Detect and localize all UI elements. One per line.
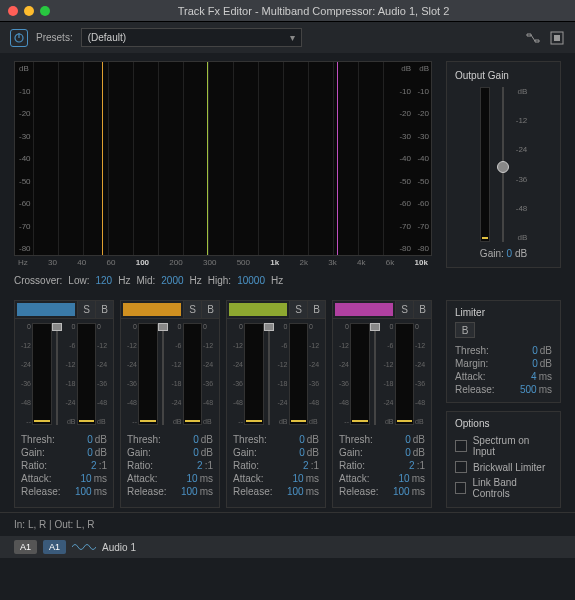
slider-thumb[interactable] [264, 323, 274, 331]
band-release-value[interactable]: 100 [287, 486, 304, 497]
band-bypass-button[interactable]: B [413, 301, 431, 318]
band-color-swatch[interactable] [229, 303, 287, 316]
band-color-swatch[interactable] [17, 303, 75, 316]
band-thresh-value[interactable]: 0 [299, 434, 305, 445]
band-attack-label: Attack: [21, 473, 52, 484]
band-thresh-label: Thresh: [339, 434, 373, 445]
limiter-margin-value[interactable]: 0 [532, 358, 538, 369]
band-scale-right: 0-12-24-36-48dB [97, 323, 111, 425]
band-color-swatch[interactable] [335, 303, 393, 316]
waveform-icon [72, 540, 96, 554]
crossover-line-low[interactable] [102, 62, 103, 255]
band-threshold-slider[interactable] [159, 323, 167, 425]
limiter-bypass-button[interactable]: B [455, 322, 475, 338]
output-gain-slider[interactable] [498, 87, 508, 242]
band-thresh-label: Thresh: [21, 434, 55, 445]
band-release-value[interactable]: 100 [181, 486, 198, 497]
band-bypass-button[interactable]: B [201, 301, 219, 318]
band-attack-label: Attack: [127, 473, 158, 484]
crossover-line-mid[interactable] [207, 62, 208, 255]
band-ratio-label: Ratio: [339, 460, 365, 471]
limiter-margin-label: Margin: [455, 358, 488, 369]
minimize-icon[interactable] [24, 6, 34, 16]
band-ratio-value[interactable]: 2 [91, 460, 97, 471]
band-solo-button[interactable]: S [289, 301, 307, 318]
crossover-low-value[interactable]: 120 [95, 275, 112, 286]
limiter-thresh-value[interactable]: 0 [532, 345, 538, 356]
band-thresh-value[interactable]: 0 [405, 434, 411, 445]
output-scale: dB-12-24-36-48dB [516, 87, 528, 242]
routing-icon[interactable] [525, 30, 541, 46]
graph-grid [33, 62, 395, 255]
slider-thumb[interactable] [158, 323, 168, 331]
band-scale-right: 0-12-24-36-48dB [415, 323, 429, 425]
band-1: SB0-12-24-36-48--0-6-12-18-24dB0-12-24-3… [120, 300, 220, 508]
limiter-attack-value[interactable]: 4 [531, 371, 537, 382]
band-thresh-value[interactable]: 0 [193, 434, 199, 445]
band-gain-value[interactable]: 0 [193, 447, 199, 458]
band-threshold-slider[interactable] [53, 323, 61, 425]
band-gain-label: Gain: [233, 447, 257, 458]
band-gain-value[interactable]: 0 [87, 447, 93, 458]
band-gr-meter [77, 323, 97, 425]
band-attack-value[interactable]: 10 [399, 473, 410, 484]
maximize-icon[interactable] [40, 6, 50, 16]
close-icon[interactable] [8, 6, 18, 16]
track-chip[interactable]: A1 [14, 540, 37, 554]
band-ratio-value[interactable]: 2 [197, 460, 203, 471]
band-release-label: Release: [339, 486, 378, 497]
band-input-meter [244, 323, 264, 425]
track-chip[interactable]: A1 [43, 540, 66, 554]
band-params: Thresh:0dBGain:0dBRatio:2:1Attack:10msRe… [227, 429, 325, 502]
crossover-label: Crossover: [14, 275, 62, 286]
slider-thumb[interactable] [370, 323, 380, 331]
band-3: SB0-12-24-36-48--0-6-12-18-24dB0-12-24-3… [332, 300, 432, 508]
band-color-swatch[interactable] [123, 303, 181, 316]
expand-icon[interactable] [549, 30, 565, 46]
crossover-high-value[interactable]: 10000 [237, 275, 265, 286]
window-titlebar: Track Fx Editor - Multiband Compressor: … [0, 0, 575, 22]
band-attack-value[interactable]: 10 [187, 473, 198, 484]
graph-yscale-right1: dB-10-20-30-40-50-60-70-80 [395, 62, 413, 255]
band-thresh-value[interactable]: 0 [87, 434, 93, 445]
crossover-line-high[interactable] [337, 62, 338, 255]
band-attack-value[interactable]: 10 [293, 473, 304, 484]
output-meter [480, 87, 490, 242]
band-solo-button[interactable]: S [77, 301, 95, 318]
band-bypass-button[interactable]: B [307, 301, 325, 318]
band-attack-value[interactable]: 10 [81, 473, 92, 484]
band-release-value[interactable]: 100 [393, 486, 410, 497]
band-ratio-value[interactable]: 2 [303, 460, 309, 471]
band-threshold-slider[interactable] [265, 323, 273, 425]
band-gr-meter [183, 323, 203, 425]
band-bypass-button[interactable]: B [95, 301, 113, 318]
limiter-title: Limiter [455, 307, 552, 318]
slider-thumb[interactable] [52, 323, 62, 331]
band-ratio-value[interactable]: 2 [409, 460, 415, 471]
limiter-panel: Limiter B Thresh:0dB Margin:0dB Attack:4… [446, 300, 561, 403]
crossover-mid-value[interactable]: 2000 [161, 275, 183, 286]
output-gain-value[interactable]: 0 [507, 248, 513, 259]
option-spectrum-input[interactable]: Spectrum on Input [455, 433, 552, 459]
track-name[interactable]: Audio 1 [102, 542, 136, 553]
preset-dropdown[interactable]: (Default) [81, 28, 302, 47]
option-link-band-controls[interactable]: Link Band Controls [455, 475, 552, 501]
spectrum-graph[interactable]: dB-10-20-30-40-50-60-70-80 dB-10-20-30-4… [14, 61, 432, 256]
crossover-mid-label: Mid: [136, 275, 155, 286]
band-scale-right: 0-12-24-36-48dB [203, 323, 217, 425]
band-0: SB0-12-24-36-48--0-6-12-18-24dB0-12-24-3… [14, 300, 114, 508]
band-solo-button[interactable]: S [183, 301, 201, 318]
limiter-release-value[interactable]: 500 [520, 384, 537, 395]
band-ratio-label: Ratio: [233, 460, 259, 471]
band-gr-meter [289, 323, 309, 425]
power-button[interactable] [10, 29, 28, 47]
band-gain-value[interactable]: 0 [299, 447, 305, 458]
band-solo-button[interactable]: S [395, 301, 413, 318]
output-gain-panel: Output Gain dB-12-24-36-48dB Gain: 0 dB [446, 61, 561, 268]
slider-thumb[interactable] [497, 161, 509, 173]
band-threshold-slider[interactable] [371, 323, 379, 425]
band-gain-value[interactable]: 0 [405, 447, 411, 458]
option-brickwall-limiter[interactable]: Brickwall Limiter [455, 459, 552, 475]
band-release-label: Release: [233, 486, 272, 497]
band-release-value[interactable]: 100 [75, 486, 92, 497]
